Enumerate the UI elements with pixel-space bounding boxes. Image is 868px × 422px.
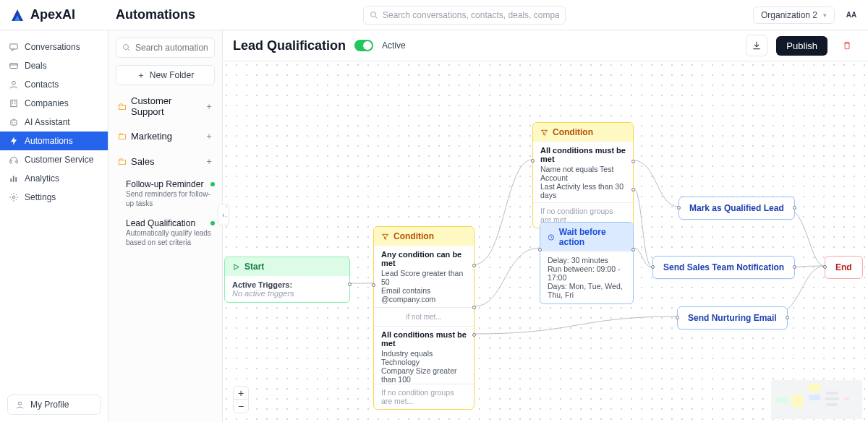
- input-handle[interactable]: [651, 265, 655, 269]
- automation-title: Follow-up Reminder: [126, 179, 203, 189]
- nav-contacts[interactable]: Contacts: [0, 75, 108, 94]
- output-handle[interactable]: [793, 265, 796, 269]
- folder-label: Customer Support: [131, 95, 200, 117]
- nav-label: AI Assistant: [25, 117, 70, 127]
- output-handle[interactable]: [793, 206, 796, 210]
- add-icon[interactable]: ＋: [205, 130, 213, 142]
- chat-icon: [9, 42, 19, 52]
- nav-deals[interactable]: Deals: [0, 56, 108, 75]
- condition-rule: Lead Score greater than 50: [381, 269, 467, 286]
- nav-companies[interactable]: Companies: [0, 94, 108, 113]
- minimap[interactable]: [771, 380, 862, 419]
- svg-rect-9: [12, 103, 13, 104]
- org-selector[interactable]: Organization 2 ▾: [753, 7, 835, 24]
- node-condition-2[interactable]: Condition All conditions must be met Nam…: [532, 122, 634, 228]
- nav-ai-assistant[interactable]: AI Assistant: [0, 113, 108, 132]
- automations-search-input[interactable]: [135, 43, 208, 53]
- automations-search[interactable]: [116, 38, 215, 58]
- svg-point-12: [12, 122, 13, 123]
- automation-name: Lead Qualification: [233, 38, 346, 53]
- folder-customer-support[interactable]: 🗀Customer Support ＋: [116, 92, 215, 120]
- automation-follow-up[interactable]: Follow-up Reminder Send reminders for fo…: [116, 178, 215, 210]
- input-handle[interactable]: [677, 206, 681, 210]
- output-handle[interactable]: [631, 188, 635, 191]
- svg-point-0: [371, 12, 376, 17]
- condition-rule: Email contains @company.com: [381, 286, 467, 303]
- nav-settings[interactable]: Settings: [0, 188, 108, 207]
- zoom-in-button[interactable]: +: [234, 387, 248, 400]
- clock-icon: [548, 233, 555, 241]
- nav-label: Analytics: [25, 173, 59, 184]
- person-icon: [9, 79, 19, 90]
- node-end[interactable]: End: [825, 256, 863, 279]
- input-handle[interactable]: [538, 248, 542, 251]
- folder-sales[interactable]: 🗀Sales ＋: [116, 152, 215, 171]
- node-mark-qualified[interactable]: Mark as Qualified Lead: [678, 197, 795, 220]
- output-handle[interactable]: [472, 333, 476, 337]
- svg-line-1: [375, 16, 378, 18]
- output-handle[interactable]: [348, 283, 352, 286]
- folder-marketing[interactable]: 🗀Marketing ＋: [116, 127, 215, 145]
- filter-icon: [381, 233, 389, 241]
- input-handle[interactable]: [531, 159, 535, 163]
- nav-conversations[interactable]: Conversations: [0, 38, 108, 56]
- add-icon[interactable]: ＋: [205, 100, 213, 113]
- automations-panel: ＋ New Folder 🗀Customer Support ＋ 🗀Market…: [109, 30, 223, 422]
- node-wait[interactable]: Wait before action Delay: 30 minutes Run…: [540, 222, 634, 304]
- delete-button[interactable]: [836, 35, 858, 56]
- card-icon: [9, 61, 19, 71]
- output-handle[interactable]: [472, 306, 476, 309]
- output-handle[interactable]: [631, 248, 635, 251]
- automation-title: Lead Qualification: [126, 218, 195, 228]
- svg-rect-3: [10, 64, 18, 69]
- input-handle[interactable]: [676, 316, 679, 319]
- automation-lead-qualification[interactable]: Lead Qualification Automatically qualify…: [116, 217, 215, 249]
- nav-label: Automations: [25, 136, 73, 146]
- svg-point-5: [12, 81, 16, 85]
- folder-icon: 🗀: [117, 156, 127, 167]
- active-toggle[interactable]: [354, 40, 373, 51]
- download-button[interactable]: [746, 35, 767, 56]
- condition-group-title: Any condition can be met: [381, 250, 467, 267]
- nav-automations[interactable]: Automations: [0, 132, 108, 150]
- node-send-sales-notification[interactable]: Send Sales Team Notification: [652, 256, 795, 279]
- wait-detail: Days: Mon, Tue, Wed, Thu, Fri: [548, 282, 626, 299]
- node-condition-1[interactable]: Condition Any condition can be met Lead …: [373, 226, 475, 410]
- download-icon: [752, 40, 762, 51]
- automation-desc: Send reminders for follow-up tasks: [126, 189, 215, 208]
- input-handle[interactable]: [372, 283, 375, 287]
- nav-label: Customer Service: [25, 155, 93, 165]
- brand-logo: ApexAI: [9, 7, 100, 22]
- output-handle[interactable]: [786, 316, 789, 319]
- global-search-input[interactable]: [383, 10, 559, 20]
- output-handle[interactable]: [631, 160, 635, 163]
- output-handle[interactable]: [472, 264, 476, 267]
- svg-rect-18: [13, 176, 14, 182]
- wait-detail: Delay: 30 minutes: [548, 256, 626, 264]
- zoom-out-button[interactable]: −: [234, 400, 248, 413]
- publish-button[interactable]: Publish: [776, 36, 827, 56]
- flow-canvas[interactable]: Start Active Triggers: No active trigger…: [223, 61, 868, 422]
- my-profile-button[interactable]: My Profile: [7, 395, 101, 415]
- folder-label: Marketing: [131, 131, 172, 142]
- user-avatar[interactable]: AA: [843, 7, 859, 23]
- global-search[interactable]: [363, 6, 566, 25]
- nav-label: Contacts: [25, 79, 59, 90]
- svg-rect-7: [12, 101, 13, 102]
- nav-label: Settings: [25, 192, 56, 202]
- input-handle[interactable]: [823, 265, 827, 269]
- svg-point-20: [12, 196, 15, 199]
- svg-rect-15: [10, 160, 12, 163]
- automation-desc: Automatically qualify leads based on set…: [126, 228, 215, 247]
- nav-analytics[interactable]: Analytics: [0, 169, 108, 188]
- add-icon[interactable]: ＋: [205, 155, 213, 168]
- nav-customer-service[interactable]: Customer Service: [0, 150, 108, 169]
- new-folder-button[interactable]: ＋ New Folder: [116, 65, 215, 85]
- node-send-nurturing-email[interactable]: Send Nurturing Email: [677, 306, 788, 330]
- wait-detail: Run between: 09:00 - 17:00: [548, 264, 626, 282]
- svg-rect-17: [10, 178, 12, 182]
- node-title: Mark as Qualified Lead: [689, 203, 784, 213]
- node-start[interactable]: Start Active Triggers: No active trigger…: [224, 257, 350, 303]
- trash-icon: [842, 40, 852, 51]
- node-title: Send Sales Team Notification: [663, 262, 784, 272]
